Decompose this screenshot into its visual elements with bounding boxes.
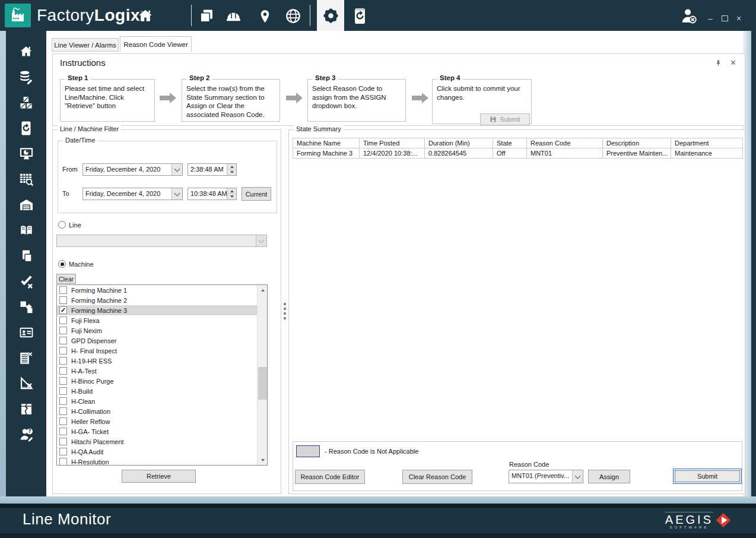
monitor-chart-icon[interactable]	[18, 146, 34, 162]
checkbox[interactable]	[59, 357, 67, 365]
gear-icon[interactable]	[317, 0, 344, 31]
id-card-icon[interactable]	[18, 325, 34, 340]
time-down-icon[interactable]	[227, 169, 236, 175]
user-question-icon[interactable]: ?	[18, 427, 34, 442]
location-pin-icon[interactable]	[256, 7, 274, 25]
damaged-box-icon[interactable]	[18, 401, 34, 417]
checkbox[interactable]	[59, 448, 67, 455]
open-book-icon[interactable]	[18, 223, 34, 238]
clear-reason-code-button[interactable]: Clear Reason Code	[402, 470, 472, 484]
checkbox[interactable]	[59, 417, 67, 425]
machine-list-scrollbar[interactable]	[257, 285, 267, 465]
machine-list-item[interactable]: H-Resolution	[57, 457, 257, 466]
machine-list-item[interactable]: H-19-HR ESS	[57, 356, 257, 366]
line-radio[interactable]	[58, 221, 66, 229]
device-restore-icon[interactable]	[18, 121, 34, 136]
retrieve-button[interactable]: Retrieve	[122, 470, 196, 483]
machine-list-item[interactable]: H-Build	[57, 386, 257, 396]
col-time-posted[interactable]: Time Posted	[360, 138, 425, 148]
col-state[interactable]: State	[493, 138, 527, 148]
machine-list-item[interactable]: H-Clean	[57, 396, 257, 406]
checkbox[interactable]	[59, 438, 67, 445]
machine-list-item[interactable]: Hitachi Placement	[57, 436, 257, 447]
col-reason-code[interactable]: Reason Code	[527, 138, 603, 148]
database-edit-icon[interactable]	[18, 69, 34, 85]
machine-list-item[interactable]: H-Binoc Purge	[57, 376, 257, 386]
current-button[interactable]: Current	[242, 187, 271, 201]
clear-button[interactable]: Clear	[56, 274, 76, 284]
machine-list-item-selected[interactable]: ✓Forming Machine 3	[57, 305, 257, 315]
panel-splitter[interactable]	[282, 129, 287, 494]
checkbox[interactable]	[59, 317, 67, 324]
chevron-down-icon[interactable]	[171, 164, 182, 175]
checkbox[interactable]	[59, 337, 67, 344]
globe-icon[interactable]	[284, 7, 302, 25]
chevron-down-icon[interactable]	[171, 188, 182, 200]
boxes-icon[interactable]	[18, 95, 34, 110]
close-panel-icon[interactable]: ✕	[730, 59, 736, 67]
assign-button[interactable]: Assign	[588, 470, 630, 483]
checkbox-checked[interactable]: ✓	[59, 306, 67, 314]
checkbox[interactable]	[59, 296, 67, 304]
machine-list-item[interactable]: Fuji Nexim	[57, 325, 257, 336]
home-icon[interactable]	[136, 7, 154, 25]
checkbox[interactable]	[59, 327, 67, 334]
minimize-button[interactable]: –	[705, 13, 716, 24]
from-date-picker[interactable]: Friday, December 4, 2020	[82, 163, 183, 176]
machine-list-item[interactable]: Forming Machine 2	[57, 295, 257, 305]
list-x-icon[interactable]	[18, 350, 34, 366]
instructions-submit-button[interactable]: Submit	[480, 113, 530, 125]
check-x-icon[interactable]	[18, 274, 34, 289]
machine-list-item[interactable]: Forming Machine 1	[57, 285, 257, 295]
table-row[interactable]: Forming Machine 3 12/4/2020 10:38:... 0.…	[293, 148, 743, 159]
chevron-down-icon[interactable]	[572, 470, 583, 483]
col-duration[interactable]: Duration (Min)	[425, 138, 493, 148]
maximize-button[interactable]	[719, 13, 730, 24]
close-button[interactable]: ×	[733, 13, 744, 24]
pages-icon[interactable]	[198, 7, 215, 25]
checkbox[interactable]	[59, 407, 67, 415]
reason-code-editor-button[interactable]: Reason Code Editor	[295, 470, 365, 484]
pin-icon[interactable]	[715, 59, 722, 67]
checkbox[interactable]	[59, 367, 67, 375]
machine-list-item[interactable]: Heller Reflow	[57, 416, 257, 426]
machine-list-item[interactable]: H-QA Audit	[57, 447, 257, 457]
home-icon[interactable]	[18, 44, 34, 59]
time-up-icon[interactable]	[227, 188, 236, 194]
machine-list-item[interactable]: GPD Dispenser	[57, 336, 257, 346]
scroll-up-icon[interactable]	[258, 285, 268, 295]
col-description[interactable]: Description	[603, 138, 671, 148]
checkbox[interactable]	[59, 286, 67, 294]
machine-radio[interactable]	[58, 260, 66, 268]
table-search-icon[interactable]	[18, 172, 34, 187]
to-date-picker[interactable]: Friday, December 4, 2020	[82, 188, 183, 200]
checkbox[interactable]	[59, 377, 67, 385]
submit-button[interactable]: Submit	[673, 469, 742, 484]
user-logout-icon[interactable]	[680, 7, 698, 25]
transfer-icon[interactable]	[18, 299, 34, 315]
tab-line-viewer-alarms[interactable]: Line Viewer / Alarms	[52, 38, 119, 52]
scroll-down-icon[interactable]	[258, 455, 268, 465]
copy-documents-icon[interactable]	[18, 248, 34, 264]
checkbox[interactable]	[59, 428, 67, 435]
machine-list-item[interactable]: H- Final Inspect	[57, 346, 257, 356]
ruler-x-icon[interactable]	[18, 376, 34, 391]
checkbox[interactable]	[59, 387, 67, 395]
col-machine-name[interactable]: Machine Name	[293, 138, 360, 148]
machine-list-item[interactable]: H-Collimation	[57, 406, 257, 416]
reason-code-select[interactable]: MNT01 (Preventiv...	[509, 470, 583, 483]
time-down-icon[interactable]	[227, 194, 236, 200]
from-time-field[interactable]: 2:38:48 AM	[188, 163, 237, 176]
time-up-icon[interactable]	[227, 164, 236, 169]
checkbox[interactable]	[59, 347, 67, 355]
machine-list-item[interactable]: Fuji Flexa	[57, 315, 257, 325]
device-restore-icon[interactable]	[351, 7, 369, 25]
checkbox[interactable]	[59, 458, 67, 466]
col-department[interactable]: Department	[671, 138, 743, 148]
warehouse-icon[interactable]	[18, 197, 34, 213]
machine-list-item[interactable]: H-GA- Ticket	[57, 426, 257, 436]
to-time-field[interactable]: 10:38:48 AM	[188, 188, 237, 200]
scrollbar-thumb[interactable]	[258, 367, 267, 400]
tab-reason-code-viewer[interactable]: Reason Code Viewer	[120, 36, 192, 52]
hardhat-icon[interactable]	[224, 7, 242, 25]
